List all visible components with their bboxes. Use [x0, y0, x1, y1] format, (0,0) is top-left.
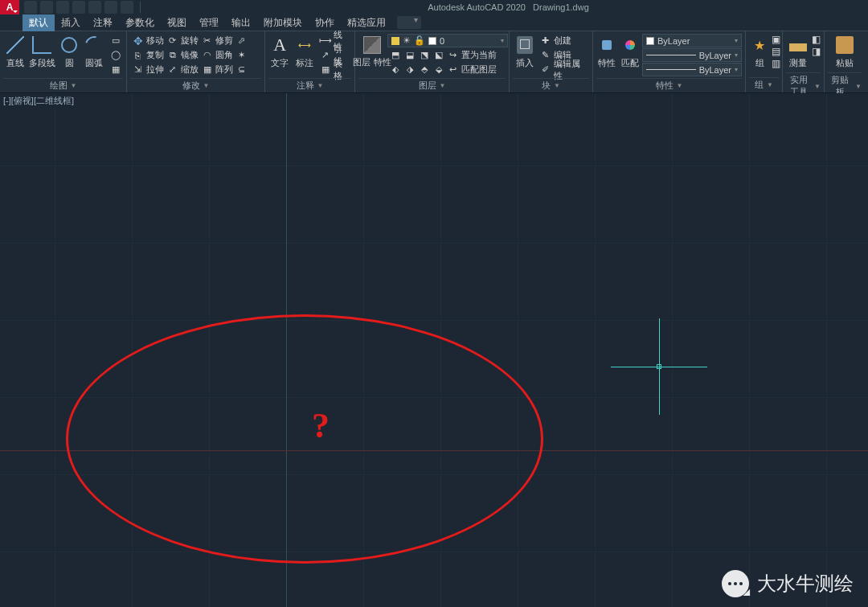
panel-draw-expand-icon[interactable]: ▼	[71, 82, 77, 89]
util-s2-icon[interactable]: ◨	[812, 46, 821, 57]
line-button[interactable]: 直线	[3, 33, 27, 71]
trim-icon: ✂	[201, 35, 213, 47]
tab-addins[interactable]: 附加模块	[257, 14, 309, 31]
layer-s1-icon[interactable]: ⬒	[389, 49, 401, 61]
layer-s8-icon[interactable]: ⬙	[432, 64, 444, 76]
app-menu-button[interactable]: A	[0, 0, 19, 14]
chevron-down-icon: ▾	[501, 37, 504, 44]
tab-manage[interactable]: 管理	[193, 14, 225, 31]
tab-annotate[interactable]: 注释	[87, 14, 119, 31]
array-button[interactable]: 阵列	[215, 64, 233, 76]
layer-s2-icon[interactable]: ⬓	[403, 49, 416, 61]
dimension-icon: ⟷	[294, 35, 315, 55]
edit-attr-button[interactable]: ✐编辑属性	[538, 63, 589, 76]
make-current-button[interactable]: 置为当前	[461, 49, 497, 61]
qat-saveas-icon[interactable]	[72, 1, 85, 14]
qat-open-icon[interactable]	[40, 1, 53, 14]
linetype-value: ByLayer	[699, 65, 731, 75]
polyline-button[interactable]: 多段线	[28, 33, 56, 71]
layer-dropdown[interactable]: ☀ 🔓 0 ▾	[387, 34, 508, 47]
match-layer-button[interactable]: 匹配图层	[461, 64, 497, 76]
panel-clipboard-expand-icon[interactable]: ▼	[855, 83, 862, 90]
tab-output[interactable]: 输出	[225, 14, 257, 31]
circle-label: 圆	[65, 57, 74, 69]
group-s2-icon[interactable]: ▤	[772, 46, 780, 57]
properties-button[interactable]: 特性	[596, 33, 618, 71]
erase-icon[interactable]: ⬀	[235, 35, 248, 47]
viewport-label[interactable]: [-][俯视][二维线框]	[3, 95, 74, 107]
group-button[interactable]: ★ 组	[749, 33, 770, 71]
tab-overflow[interactable]	[397, 16, 421, 29]
ellipse-button[interactable]: ◯	[108, 48, 123, 62]
mirror-button[interactable]: 镜像	[181, 49, 199, 61]
group-icon: ★	[754, 38, 765, 53]
dimension-button[interactable]: ⟷ 标注	[293, 33, 317, 71]
panel-block-expand-icon[interactable]: ▼	[554, 82, 560, 89]
layer-s4-icon[interactable]: ⬕	[432, 49, 444, 61]
panel-modify-expand-icon[interactable]: ▼	[203, 82, 210, 89]
qat-plot-icon[interactable]	[88, 1, 101, 14]
table-button[interactable]: ▦表格	[317, 63, 351, 76]
tab-default[interactable]: 默认	[23, 14, 55, 31]
lineweight-dropdown[interactable]: ByLayer ▾	[642, 48, 742, 62]
arc-button[interactable]: 圆弧	[83, 33, 106, 71]
offset-icon[interactable]: ⊆	[235, 64, 248, 76]
qat-redo-icon[interactable]	[121, 1, 133, 14]
polyline-label: 多段线	[29, 57, 55, 69]
panel-layers-expand-icon[interactable]: ▼	[440, 82, 446, 89]
watermark: 大水牛测绘	[722, 570, 854, 597]
layer-s5-icon[interactable]: ⬖	[389, 64, 401, 76]
circle-button[interactable]: 圆	[58, 33, 81, 71]
create-block-button[interactable]: ✚创建	[538, 34, 589, 47]
rectangle-button[interactable]: ▭	[108, 34, 123, 47]
trim-button[interactable]: 修剪	[215, 35, 233, 47]
annotation-question-mark: ?	[312, 405, 330, 446]
tab-view[interactable]: 视图	[161, 14, 193, 31]
color-dropdown[interactable]: ByLayer ▾	[642, 34, 742, 47]
fillet-button[interactable]: 圆角	[215, 49, 233, 61]
group-s1-icon[interactable]: ▣	[772, 34, 780, 45]
tab-parametric[interactable]: 参数化	[119, 14, 161, 31]
mirror-icon: ⧉	[166, 49, 178, 61]
rotate-button[interactable]: 旋转	[181, 35, 199, 47]
ribbon: 直线 多段线 圆 圆弧 ▭ ◯ ▦ 绘图▼	[0, 31, 868, 93]
layer-properties-button[interactable]: 图层 特性	[358, 33, 386, 68]
qat-undo-icon[interactable]	[104, 1, 117, 14]
linear-icon: ⟼	[319, 35, 331, 47]
layer-s7-icon[interactable]: ⬘	[418, 64, 430, 76]
copy-button[interactable]: 复制	[146, 49, 164, 61]
create-block-icon: ✚	[539, 35, 551, 47]
util-s1-icon[interactable]: ◧	[812, 34, 821, 45]
paste-button[interactable]: 粘贴	[828, 33, 862, 71]
ellipse-icon: ◯	[109, 49, 121, 61]
layer-s6-icon[interactable]: ⬗	[403, 64, 416, 76]
scale-button[interactable]: 缩放	[181, 64, 199, 76]
group-label: 组	[755, 57, 764, 69]
watermark-text: 大水牛测绘	[757, 571, 854, 597]
tab-insert[interactable]: 插入	[55, 14, 87, 31]
insert-block-button[interactable]: 插入	[513, 33, 536, 71]
properties-icon	[602, 40, 612, 50]
layer-s3-icon[interactable]: ⬔	[418, 49, 430, 61]
stretch-button[interactable]: 拉伸	[146, 64, 164, 76]
move-button[interactable]: 移动	[146, 35, 164, 47]
text-button[interactable]: A 文字	[268, 33, 292, 71]
panel-group: ★ 组 ▣ ▤ ▥ 组▼	[746, 31, 783, 92]
qat-save-icon[interactable]	[56, 1, 69, 14]
linetype-dropdown[interactable]: ByLayer ▾	[642, 63, 742, 76]
chevron-down-icon: ▾	[735, 66, 738, 73]
match-prop-button[interactable]: 匹配	[620, 33, 641, 71]
panel-properties-expand-icon[interactable]: ▼	[677, 82, 683, 89]
group-s3-icon[interactable]: ▥	[772, 58, 780, 69]
panel-utils-expand-icon[interactable]: ▼	[814, 83, 821, 90]
explode-icon[interactable]: ✶	[235, 49, 248, 61]
panel-draw: 直线 多段线 圆 圆弧 ▭ ◯ ▦ 绘图▼	[0, 31, 127, 92]
text-label: 文字	[271, 57, 289, 69]
drawing-area[interactable]: [-][俯视][二维线框] ? 大水牛测绘	[0, 93, 868, 607]
panel-group-expand-icon[interactable]: ▼	[767, 81, 773, 88]
layer-bulb-icon	[391, 37, 399, 45]
hatch-button[interactable]: ▦	[108, 63, 123, 76]
measure-button[interactable]: 测量	[786, 33, 810, 71]
panel-annotate-expand-icon[interactable]: ▼	[317, 82, 324, 89]
qat-new-icon[interactable]	[24, 1, 37, 14]
